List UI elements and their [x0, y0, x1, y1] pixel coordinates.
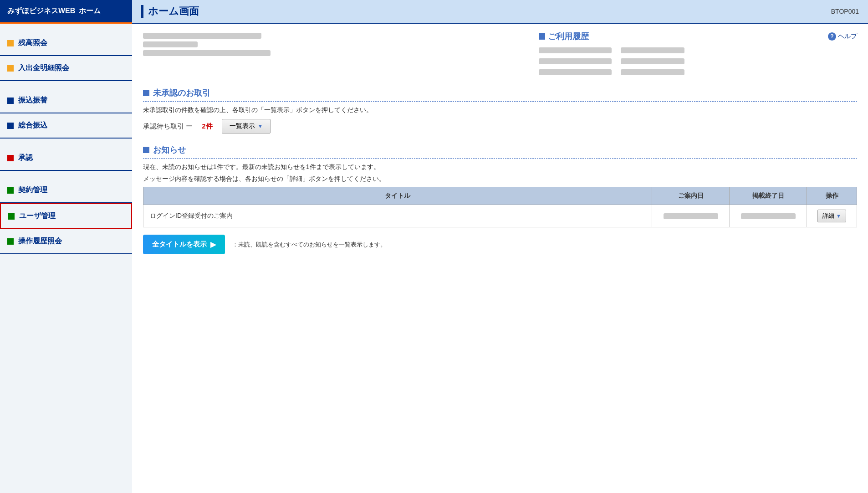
notice-date-blurred [664, 213, 718, 219]
sidebar-item-balance[interactable]: 残高照会 [0, 31, 132, 56]
transfer-icon [7, 98, 14, 104]
sidebar-item-transfer[interactable]: 振込振替 [0, 88, 132, 113]
usage-col2 [621, 69, 684, 75]
show-all-button-arrow: ▶ [210, 240, 216, 249]
app-name: みずほビジネスWEB [7, 6, 75, 16]
notice-table-header-end-date: 掲載終了日 [730, 187, 807, 205]
notice-table-header-title: タイトル [143, 187, 652, 205]
usage-history-title: ご利用履歴 [548, 31, 589, 42]
list-display-button[interactable]: 一覧表示 ▼ [222, 119, 271, 134]
pending-count: 2件 [202, 122, 212, 131]
usage-history-list [539, 46, 857, 77]
notice-end-date-blurred [741, 213, 796, 219]
notice-end-date-cell [730, 205, 807, 227]
sidebar: みずほビジネスWEB ホーム 残高照会 入出金明細照会 振込振替 総合振込 [0, 0, 132, 493]
usage-col2 [621, 47, 684, 53]
usage-history-icon [539, 33, 545, 40]
notice-table: タイトル ご案内日 掲載終了日 操作 ログインID登録受付のご案内 [143, 187, 857, 227]
notice-section-icon [143, 147, 149, 153]
help-circle-icon: ? [828, 32, 836, 41]
show-all-button[interactable]: 全タイトルを表示 ▶ [143, 235, 225, 254]
sidebar-item-label-contract: 契約管理 [18, 185, 47, 195]
show-all-row: 全タイトルを表示 ▶ ：未読、既読を含むすべてのお知らせを一覧表示します。 [143, 235, 857, 254]
page-header: ホーム画面 BTOP001 [132, 0, 868, 24]
user-info-line2 [143, 41, 198, 47]
bulk-transfer-icon [7, 123, 14, 129]
approval-icon [7, 155, 14, 161]
header-bar [141, 5, 143, 18]
sidebar-item-label-approval: 承認 [18, 153, 33, 163]
usage-row [539, 46, 857, 55]
user-info [143, 31, 525, 78]
pending-description: 未承認取引の件数を確認の上、各取引の「一覧表示」ボタンを押してください。 [143, 106, 857, 114]
pending-section-icon [143, 90, 149, 96]
notice-title-cell: ログインID登録受付のご案内 [143, 205, 652, 227]
list-display-button-arrow: ▼ [258, 123, 263, 129]
list-display-button-label: 一覧表示 [230, 122, 255, 130]
detail-button-label: 詳細 [822, 212, 834, 220]
notice-description2: メッセージ内容を確認する場合は、各お知らせの「詳細」ボタンを押してください。 [143, 175, 857, 183]
pending-divider [143, 101, 857, 102]
pending-row: 承認待ち取引 ー 2件 一覧表示 ▼ [143, 119, 857, 134]
contract-icon [7, 187, 14, 194]
detail-button[interactable]: 詳細 ▼ [817, 210, 846, 222]
pending-section-title: 未承認のお取引 [153, 87, 210, 98]
usage-col1 [539, 69, 612, 75]
sidebar-item-label-balance: 残高照会 [18, 38, 47, 48]
sidebar-item-label-op-history: 操作履歴照会 [18, 236, 62, 246]
usage-col1 [539, 47, 612, 53]
main-content: ホーム画面 BTOP001 ご利用履歴 [132, 0, 868, 493]
show-all-button-label: 全タイトルを表示 [152, 240, 207, 249]
sidebar-item-user-mgmt[interactable]: ユーザ管理 [0, 203, 132, 229]
pending-label: 承認待ち取引 ー [143, 122, 193, 131]
content-area: ご利用履歴 ? ヘルプ [132, 24, 868, 272]
notice-table-row: ログインID登録受付のご案内 詳細 ▼ [143, 205, 857, 227]
notice-date-cell [652, 205, 730, 227]
usage-history-section: ご利用履歴 ? ヘルプ [539, 31, 857, 78]
sidebar-item-label-transfer: 振込振替 [18, 96, 47, 105]
page-title: ホーム画面 [148, 5, 199, 18]
usage-col1 [539, 58, 612, 64]
user-info-line3 [143, 50, 271, 56]
help-label: ヘルプ [838, 32, 857, 41]
balance-icon [7, 40, 14, 46]
detail-button-arrow: ▼ [836, 213, 841, 219]
notice-table-header-operation: 操作 [807, 187, 857, 205]
sidebar-item-contract[interactable]: 契約管理 [0, 178, 132, 203]
usage-row [539, 56, 857, 66]
notice-operation-cell: 詳細 ▼ [807, 205, 857, 227]
notice-table-header-notice-date: ご案内日 [652, 187, 730, 205]
user-info-line1 [143, 33, 261, 39]
sidebar-header[interactable]: みずほビジネスWEB ホーム [0, 0, 132, 24]
help-button[interactable]: ? ヘルプ [828, 32, 857, 41]
sidebar-item-op-history[interactable]: 操作履歴照会 [0, 229, 132, 254]
sidebar-item-label-transactions: 入出金明細照会 [18, 63, 69, 73]
top-content: ご利用履歴 ? ヘルプ [143, 31, 857, 78]
notice-section-title: お知らせ [153, 144, 186, 155]
usage-row [539, 67, 857, 77]
app-home: ホーム [79, 6, 101, 16]
sidebar-item-approval[interactable]: 承認 [0, 146, 132, 171]
sidebar-item-label-user-mgmt: ユーザ管理 [19, 211, 56, 221]
sidebar-item-label-bulk-transfer: 総合振込 [18, 121, 47, 130]
notice-section: お知らせ 現在、未読のお知らせは1件です。最新の未読お知らせを1件まで表示してい… [143, 144, 857, 254]
op-history-icon [7, 238, 14, 245]
user-mgmt-icon [8, 213, 15, 220]
show-all-description: ：未読、既読を含むすべてのお知らせを一覧表示します。 [232, 241, 386, 249]
pending-section: 未承認のお取引 未承認取引の件数を確認の上、各取引の「一覧表示」ボタンを押してく… [143, 87, 857, 134]
notice-description1: 現在、未読のお知らせは1件です。最新の未読お知らせを1件まで表示しています。 [143, 163, 857, 171]
usage-col2 [621, 58, 684, 64]
page-id: BTOP001 [831, 8, 859, 15]
transactions-icon [7, 65, 14, 72]
notice-divider [143, 158, 857, 159]
sidebar-item-transactions[interactable]: 入出金明細照会 [0, 56, 132, 81]
sidebar-item-bulk-transfer[interactable]: 総合振込 [0, 113, 132, 139]
